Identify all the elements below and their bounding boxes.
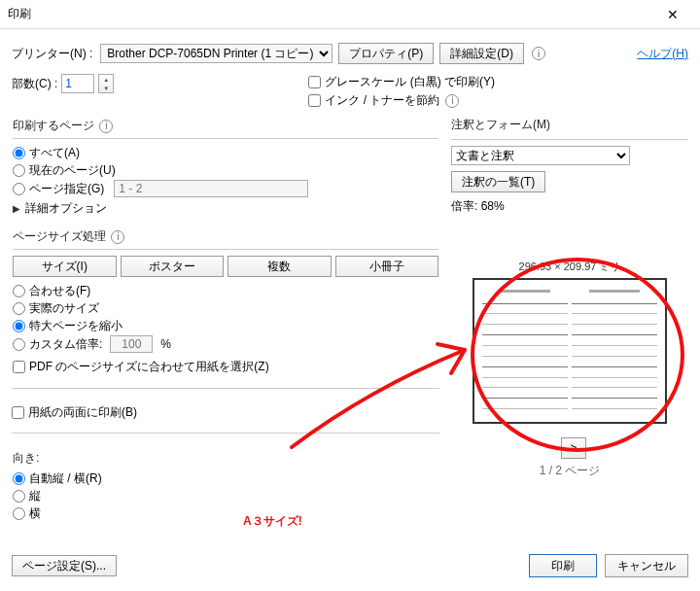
chevron-right-icon: ▶ (13, 203, 20, 214)
printer-row: プリンター(N) : Brother DCP-7065DN Printer (1… (0, 29, 700, 68)
advanced-button[interactable]: 詳細設定(D) (439, 43, 524, 64)
radio-current[interactable]: 現在のページ(U) (13, 162, 438, 179)
radio-orient-auto[interactable]: 自動縦 / 横(R) (13, 470, 438, 487)
info-icon[interactable]: i (445, 94, 459, 108)
preview-page (472, 278, 667, 424)
radio-pages[interactable]: ページ指定(G) (13, 181, 104, 197)
info-icon[interactable]: i (111, 230, 124, 244)
pages-group: 印刷するページ i すべて(A) 現在のページ(U) ページ指定(G) ▶詳細オ… (12, 117, 439, 218)
preview: 296.93 × 209.97 ミリ > 1 / 2 ページ (451, 260, 688, 479)
info-icon[interactable]: i (99, 120, 113, 133)
comments-label: 注釈とフォーム(M) (451, 117, 688, 133)
radio-all[interactable]: すべて(A) (13, 145, 438, 161)
properties-button[interactable]: プロパティ(P) (338, 43, 434, 64)
copies-spinner[interactable]: ▲▼ (98, 74, 114, 93)
copies-input[interactable] (61, 74, 94, 93)
size-group: ページサイズ処理 i サイズ(I) ポスター 複数 小冊子 合わせる(F) 実際… (12, 227, 439, 376)
close-icon[interactable]: ✕ (653, 0, 692, 29)
copies-row: 部数(C) : ▲▼ グレースケール (白黒) で印刷(Y) インク / トナー… (0, 68, 700, 117)
copies-label: 部数(C) : (12, 76, 57, 92)
pdf-size-check[interactable]: PDF のページサイズに合わせて用紙を選択(Z) (13, 359, 438, 375)
scale-display: 倍率: 68% (451, 198, 688, 215)
booklet-button[interactable]: 小冊子 (335, 256, 439, 277)
duplex-check[interactable]: 用紙の両面に印刷(B) (12, 404, 439, 421)
radio-fit[interactable]: 合わせる(F) (13, 283, 438, 299)
custom-scale-input[interactable] (110, 335, 153, 353)
next-page-button[interactable]: > (561, 437, 586, 459)
preview-dimensions: 296.93 × 209.97 ミリ (519, 260, 621, 274)
footer: ページ設定(S)... 印刷 キャンセル (0, 546, 700, 591)
save-ink-check[interactable]: インク / トナーを節約 i (308, 92, 495, 109)
size-button[interactable]: サイズ(I) (13, 256, 117, 277)
comments-list-button[interactable]: 注釈の一覧(T) (451, 171, 545, 192)
radio-orient-portrait[interactable]: 縦 (13, 488, 438, 504)
info-icon[interactable]: i (532, 47, 545, 60)
printer-select[interactable]: Brother DCP-7065DN Printer (1 コピー) (100, 44, 332, 63)
printer-label: プリンター(N) : (12, 46, 92, 62)
comments-select[interactable]: 文書と注釈 (451, 146, 630, 165)
radio-orient-landscape[interactable]: 横 (13, 505, 438, 522)
page-indicator: 1 / 2 ページ (540, 463, 601, 479)
print-button[interactable]: 印刷 (529, 554, 597, 577)
cancel-button[interactable]: キャンセル (605, 554, 688, 577)
help-link[interactable]: ヘルプ(H) (637, 46, 688, 62)
page-range-input[interactable] (114, 180, 308, 197)
orientation-group: 向き: 自動縦 / 横(R) 縦 横 (12, 449, 439, 524)
window-title: 印刷 (8, 6, 653, 22)
poster-button[interactable]: ポスター (121, 256, 225, 277)
detail-options-toggle[interactable]: ▶詳細オプション (13, 200, 438, 217)
page-setup-button[interactable]: ページ設定(S)... (12, 555, 117, 576)
radio-shrink[interactable]: 特大ページを縮小 (13, 318, 438, 334)
title-bar: 印刷 ✕ (0, 0, 700, 29)
multiple-button[interactable]: 複数 (228, 256, 332, 277)
grayscale-check[interactable]: グレースケール (白黒) で印刷(Y) (308, 74, 495, 90)
radio-custom[interactable]: カスタム倍率: (13, 336, 102, 353)
radio-actual[interactable]: 実際のサイズ (13, 300, 438, 317)
